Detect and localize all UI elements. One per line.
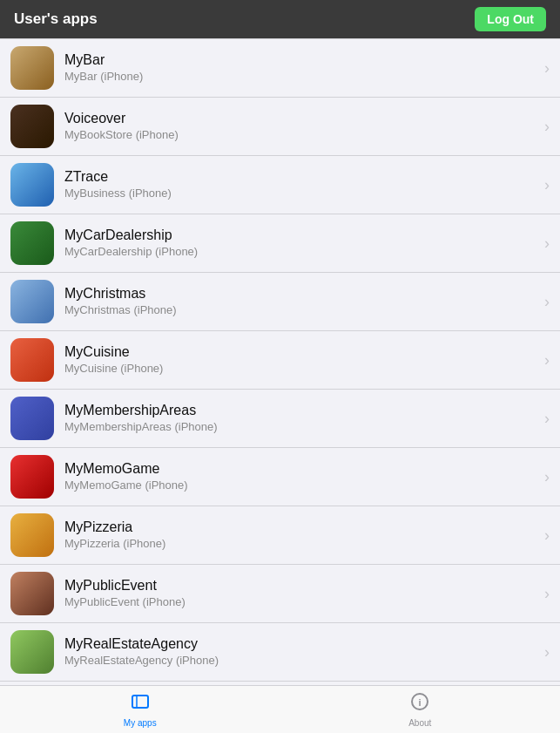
list-item[interactable]: MyCuisineMyCuisine (iPhone)› [0, 331, 560, 390]
header: User's apps Log Out [0, 0, 560, 38]
app-icon [10, 221, 54, 265]
app-text-group: MyPublicEventMyPublicEvent (iPhone) [64, 577, 537, 610]
app-name: MyCarDealership [64, 227, 537, 245]
chevron-right-icon: › [544, 118, 550, 136]
list-item[interactable]: MyPizzeriaMyPizzeria (iPhone)› [0, 506, 560, 565]
app-subtitle: MyPizzeria (iPhone) [64, 537, 537, 552]
list-item[interactable]: MyPublicEventMyPublicEvent (iPhone)› [0, 565, 560, 623]
app-text-group: MyMembershipAreasMyMembershipAreas (iPho… [64, 402, 537, 435]
tab-my-apps[interactable]: My apps [0, 686, 280, 733]
app-subtitle: MyBar (iPhone) [64, 70, 537, 85]
app-name: MyPublicEvent [64, 577, 537, 595]
app-text-group: MyPizzeriaMyPizzeria (iPhone) [64, 519, 537, 552]
app-icon [10, 338, 54, 382]
chevron-right-icon: › [544, 643, 550, 662]
app-name: MyCuisine [64, 343, 537, 362]
app-icon [10, 513, 54, 557]
logout-button[interactable]: Log Out [475, 7, 546, 31]
app-icon [10, 630, 54, 674]
app-subtitle: MyBookStore (iPhone) [64, 128, 537, 143]
app-text-group: MyChristmasMyChristmas (iPhone) [64, 285, 537, 318]
my-apps-tab-icon [130, 691, 151, 716]
my-apps-tab-label: My apps [124, 718, 157, 728]
tab-about[interactable]: i About [280, 686, 561, 733]
chevron-right-icon: › [544, 351, 550, 370]
svg-rect-4 [10, 280, 54, 323]
app-icon [10, 280, 54, 323]
list-item[interactable]: MyRealEstateAgencyMyRealEstateAgency (iP… [0, 623, 560, 682]
chevron-right-icon: › [544, 468, 550, 486]
app-text-group: MyRealEstateAgencyMyRealEstateAgency (iP… [64, 635, 537, 669]
svg-rect-2 [10, 163, 54, 207]
list-item[interactable]: MyRestaurantAndBarMyRestaurantAndBar (iP… [0, 682, 560, 685]
app-subtitle: MyMemoGame (iPhone) [64, 478, 537, 493]
app-name: MyChristmas [64, 285, 537, 303]
chevron-right-icon: › [544, 293, 550, 311]
app-name: MyPizzeria [64, 519, 537, 537]
app-subtitle: MyChristmas (iPhone) [64, 303, 537, 318]
list-item[interactable]: VoiceoverMyBookStore (iPhone)› [0, 98, 560, 156]
app-text-group: MyBarMyBar (iPhone) [64, 51, 537, 85]
svg-rect-9 [10, 572, 54, 615]
list-item[interactable]: ZTraceMyBusiness (iPhone)› [0, 156, 560, 214]
svg-rect-5 [10, 338, 54, 382]
app-text-group: VoiceoverMyBookStore (iPhone) [64, 110, 537, 143]
tab-bar: My apps i About [0, 685, 560, 733]
chevron-right-icon: › [544, 59, 550, 78]
chevron-right-icon: › [544, 176, 550, 194]
app-name: Voiceover [64, 110, 537, 128]
app-name: MyMembershipAreas [64, 402, 537, 420]
chevron-right-icon: › [544, 410, 550, 428]
app-subtitle: MyPublicEvent (iPhone) [64, 595, 537, 610]
app-icon [10, 397, 54, 440]
app-icon [10, 163, 54, 207]
list-item[interactable]: MyMembershipAreasMyMembershipAreas (iPho… [0, 390, 560, 448]
app-text-group: MyMemoGameMyMemoGame (iPhone) [64, 460, 537, 493]
svg-rect-1 [10, 105, 54, 148]
app-text-group: ZTraceMyBusiness (iPhone) [64, 168, 537, 201]
svg-rect-6 [10, 397, 54, 440]
svg-rect-0 [10, 46, 54, 90]
app-subtitle: MyMembershipAreas (iPhone) [64, 420, 537, 435]
svg-text:i: i [419, 697, 422, 708]
chevron-right-icon: › [544, 585, 550, 603]
app-subtitle: MyCuisine (iPhone) [64, 362, 537, 377]
app-icon [10, 455, 54, 499]
svg-rect-8 [10, 513, 54, 557]
app-name: MyBar [64, 51, 537, 70]
page-title: User's apps [14, 10, 98, 28]
app-subtitle: MyBusiness (iPhone) [64, 187, 537, 201]
app-subtitle: MyRealEstateAgency (iPhone) [64, 654, 537, 669]
list-item[interactable]: MyCarDealershipMyCarDealership (iPhone)› [0, 214, 560, 273]
svg-rect-7 [10, 455, 54, 499]
app-icon [10, 46, 54, 90]
about-tab-label: About [408, 718, 431, 728]
app-subtitle: MyCarDealership (iPhone) [64, 245, 537, 260]
app-name: ZTrace [64, 168, 537, 187]
chevron-right-icon: › [544, 234, 550, 253]
svg-rect-3 [10, 221, 54, 265]
app-list: MyBarMyBar (iPhone)› VoiceoverMyBookStor… [0, 38, 560, 685]
app-name: MyRealEstateAgency [64, 635, 537, 654]
app-icon [10, 105, 54, 148]
app-text-group: MyCarDealershipMyCarDealership (iPhone) [64, 227, 537, 260]
list-item[interactable]: MyMemoGameMyMemoGame (iPhone)› [0, 448, 560, 506]
app-icon [10, 572, 54, 615]
list-item[interactable]: MyChristmasMyChristmas (iPhone)› [0, 273, 560, 331]
chevron-right-icon: › [544, 526, 550, 545]
about-tab-icon: i [409, 691, 430, 716]
app-text-group: MyCuisineMyCuisine (iPhone) [64, 343, 537, 377]
list-item[interactable]: MyBarMyBar (iPhone)› [0, 38, 560, 98]
svg-rect-10 [10, 630, 54, 674]
svg-rect-13 [132, 696, 148, 708]
app-name: MyMemoGame [64, 460, 537, 478]
